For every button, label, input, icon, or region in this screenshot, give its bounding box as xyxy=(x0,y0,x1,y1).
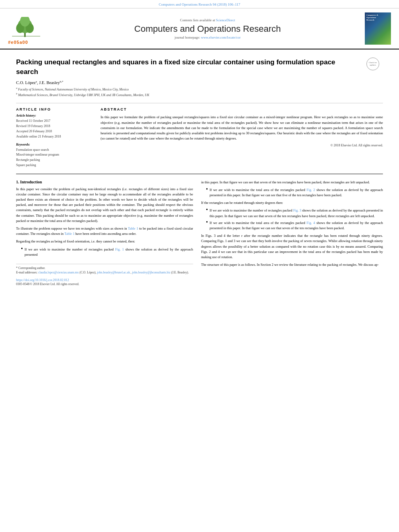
ninety-heading: If the rectangles can be rotated through… xyxy=(201,200,383,205)
bullet-text-2: If we are wish to maximise the total are… xyxy=(210,187,383,198)
intro-para1: In this paper we consider the problem of… xyxy=(16,187,193,224)
abstract-text: In this paper we formulate the problem o… xyxy=(101,115,383,141)
keyword-1: Formulation space search xyxy=(16,148,93,153)
journal-url[interactable]: www.elsevier.com/locate/cor xyxy=(201,35,241,39)
intro-para2: To illustrate the problem suppose we hav… xyxy=(16,226,193,236)
journal-center: Contents lists available at ScienceDirec… xyxy=(52,18,363,39)
bullet-dot-2: • xyxy=(206,187,208,198)
authors-line: C.O. Lópeza, J.E. Beasleyb,* xyxy=(16,80,383,85)
sciencedirect-link[interactable]: ScienceDirect xyxy=(216,18,235,22)
bullet-dot-3: • xyxy=(206,207,208,218)
keywords-label: Keywords: xyxy=(16,143,93,146)
structure-para: The structure of this paper is as follow… xyxy=(201,262,383,267)
keyword-2: Mixed-integer nonlinear program xyxy=(16,152,93,158)
keyword-4: Square packing xyxy=(16,163,93,168)
bullet-list-1: • If we are wish to maximise the number … xyxy=(21,247,193,257)
fig3-link[interactable]: Fig. 3 xyxy=(293,208,301,212)
paper-title: Packing unequal rectangles and squares i… xyxy=(16,58,346,77)
issn-text: 0305-0548/© 2018 Elsevier Ltd. All right… xyxy=(16,282,79,286)
received-date: Received 11 October 2017 xyxy=(16,119,93,124)
main-body: 1. Introduction In this paper we conside… xyxy=(16,180,383,286)
email-addresses: E-mail addresses: claudia.lopez@ciencias… xyxy=(16,270,193,275)
abstract-section: ABSTRACT In this paper we formulate the … xyxy=(101,107,383,168)
right-column: in this paper. In that figure we can see… xyxy=(201,180,383,286)
journal-cover-image: Computers &OperationsResearch xyxy=(365,12,391,45)
email1-link[interactable]: claudia.lopez@ciencias.unam.mx xyxy=(38,271,79,274)
fig1-link[interactable]: Fig. 1 xyxy=(115,247,124,251)
figs-para: In Figs. 3 and 4 the letter r after the … xyxy=(201,233,383,260)
elsevier-brand: #e05a00 xyxy=(8,40,28,45)
journal-reference: Computers and Operations Research 94 (20… xyxy=(0,0,399,8)
left-column: 1. Introduction In this paper we conside… xyxy=(16,180,193,286)
bullet-dot-1: • xyxy=(21,246,23,257)
corresponding-note: * Corresponding author. xyxy=(16,266,193,270)
divider-2 xyxy=(16,174,383,174)
journal-title: Computers and Operations Research xyxy=(52,24,363,34)
article-info-abstract: ARTICLE INFO Article history: Received 1… xyxy=(16,107,383,168)
check-updates-badge: Check for updates xyxy=(363,58,383,71)
affiliations: a Faculty of Sciences, National Autonomo… xyxy=(16,86,383,97)
journal-thumbnail: Computers &OperationsResearch xyxy=(363,12,391,45)
keywords-section: Keywords: Formulation space search Mixed… xyxy=(16,143,93,168)
bullet-text-1: If we are wish to maximise the number of… xyxy=(25,247,193,257)
check-updates-icon: Check for updates xyxy=(366,58,379,70)
bullet-item-4: • If we are wish to maximise the total a… xyxy=(206,220,383,231)
bullet-item-3: • If we are wish to maximise the number … xyxy=(206,208,383,218)
divider-1 xyxy=(16,103,383,103)
email2-link[interactable]: john.beasley@brunel.ac.uk xyxy=(97,271,130,274)
right-para1: in this paper. In that figure we can see… xyxy=(201,180,383,185)
article-info-section: ARTICLE INFO Article history: Received 1… xyxy=(16,107,93,168)
copyright: © 2018 Elsevier Ltd. All rights reserved… xyxy=(101,144,383,147)
author1: C.O. Lópeza, J.E. Beasleyb,* xyxy=(16,80,63,85)
bullet-text-3: If we are wish to maximise the number of… xyxy=(210,208,383,218)
bullet-dot-4: • xyxy=(206,220,208,231)
intro-heading: 1. Introduction xyxy=(16,180,193,184)
available-date: Available online 21 February 2018 xyxy=(16,134,93,140)
bullet-item-1: • If we are wish to maximise the number … xyxy=(21,247,193,257)
revised-date: Revised 19 February 2018 xyxy=(16,124,93,129)
article-history-label: Article history: xyxy=(16,114,93,117)
article-info-heading: ARTICLE INFO xyxy=(16,107,93,111)
paper-content: Packing unequal rectangles and squares i… xyxy=(0,49,399,294)
contents-available: Contents lists available at ScienceDirec… xyxy=(52,18,363,22)
abstract-heading: ABSTRACT xyxy=(101,107,383,111)
intro-para3: Regarding the rectangles as being of fix… xyxy=(16,239,193,244)
bullet-list-2: • If we are wish to maximise the total a… xyxy=(206,187,383,198)
doi-section: https://doi.org/10.1016/j.cor.2018.02.01… xyxy=(16,278,193,286)
doi-link[interactable]: https://doi.org/10.1016/j.cor.2018.02.01… xyxy=(16,278,69,282)
footnote-section: * Corresponding author. E-mail addresses… xyxy=(16,264,193,275)
elsevier-logo: #e05a00 xyxy=(8,12,52,45)
accepted-date: Accepted 20 February 2018 xyxy=(16,129,93,134)
table1-link-1[interactable]: Table 1 xyxy=(128,226,138,230)
journal-ref-text: Computers and Operations Research 94 (20… xyxy=(159,2,241,6)
journal-header: #e05a00 Contents lists available at Scie… xyxy=(0,8,399,49)
cover-title: Computers &OperationsResearch xyxy=(366,14,389,21)
fig2-link[interactable]: Fig. 2 xyxy=(306,188,315,192)
journal-homepage: journal homepage: www.elsevier.com/locat… xyxy=(52,35,363,39)
keyword-3: Rectangle packing xyxy=(16,158,93,163)
fig4-link[interactable]: Fig. 4 xyxy=(306,221,315,225)
paper-title-section: Packing unequal rectangles and squares i… xyxy=(16,58,383,77)
bullet-list-3: • If we are wish to maximise the number … xyxy=(206,208,383,231)
table1-link-2[interactable]: Table 1 xyxy=(64,232,74,236)
email3-link[interactable]: john.beasley@jbconsultants.biz xyxy=(132,271,171,274)
bullet-item-2: • If we are wish to maximise the total a… xyxy=(206,187,383,198)
bullet-text-4: If we are wish to maximise the total are… xyxy=(210,220,383,231)
